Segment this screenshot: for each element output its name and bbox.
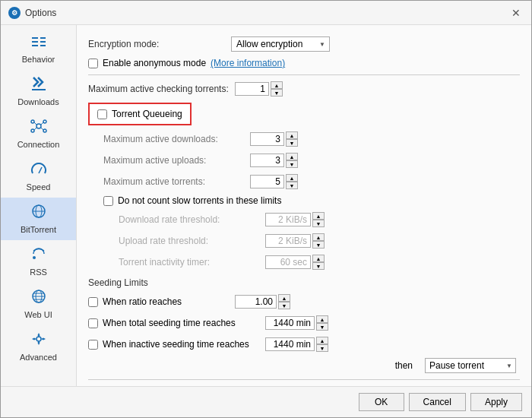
sidebar-item-bittorrent[interactable]: BitTorrent [1, 198, 76, 240]
svg-point-9 [43, 120, 46, 123]
max-checking-row: Maximum active checking torrents: 1 ▲ ▼ [88, 81, 520, 97]
no-slow-torrents-row: Do not count slow torrents in these limi… [103, 195, 520, 206]
ul-rate-label: Upload rate threshold: [119, 236, 259, 246]
ratio-down[interactable]: ▼ [278, 302, 290, 309]
svg-line-14 [34, 127, 37, 130]
ul-rate-down[interactable]: ▼ [312, 241, 325, 249]
inactivity-input[interactable]: 60 sec [265, 255, 311, 269]
anonymous-mode-row: Enable anonymous mode (More information) [88, 58, 520, 68]
max-torrents-spinner: 5 ▲ ▼ [250, 174, 298, 189]
ratio-input[interactable]: 1.00 [235, 295, 277, 309]
advanced-icon [30, 331, 47, 350]
inactivity-label: Torrent inactivity timer: [119, 257, 259, 268]
dl-rate-down[interactable]: ▼ [312, 220, 325, 227]
inactive-spinner: 1440 min ▲ ▼ [265, 337, 328, 352]
sidebar-item-speed[interactable]: Speed [1, 155, 76, 198]
apply-button[interactable]: Apply [470, 393, 522, 411]
sidebar-downloads-label: Downloads [17, 97, 59, 106]
no-slow-torrents-checkbox[interactable] [103, 196, 113, 206]
sidebar-item-connection[interactable]: Connection [1, 112, 76, 155]
max-downloads-input[interactable]: 3 [250, 132, 284, 146]
encryption-mode-dropdown[interactable]: Allow encryption [231, 36, 330, 52]
total-seeding-spinner: 1440 min ▲ ▼ [265, 315, 328, 331]
inactive-up[interactable]: ▲ [316, 337, 328, 344]
total-seeding-btns: ▲ ▼ [316, 315, 328, 331]
sidebar: Behavior Downloads Connection Speed [1, 25, 77, 386]
max-torrents-down[interactable]: ▼ [286, 182, 298, 189]
max-checking-spinner[interactable]: 1 ▲ ▼ [235, 81, 283, 97]
downloads-icon [30, 76, 47, 95]
inactive-down[interactable]: ▼ [316, 344, 328, 352]
connection-icon [30, 119, 47, 138]
svg-point-8 [31, 120, 34, 123]
inactivity-btns: ▲ ▼ [312, 255, 325, 270]
max-uploads-input[interactable]: 3 [250, 154, 284, 167]
bottom-bar: OK Cancel Apply [1, 386, 531, 417]
sidebar-item-webui[interactable]: Web UI [1, 283, 76, 325]
svg-point-7 [36, 124, 41, 128]
torrent-queueing-label: Torrent Queueing [112, 109, 182, 119]
dl-rate-row: Download rate threshold: 2 KiB/s ▲ ▼ [119, 212, 520, 227]
dl-rate-up[interactable]: ▲ [312, 212, 325, 220]
max-downloads-up[interactable]: ▲ [286, 131, 298, 139]
torrent-queueing-checkbox[interactable] [97, 109, 107, 119]
max-torrents-row: Maximum active torrents: 5 ▲ ▼ [103, 174, 520, 189]
sidebar-item-downloads[interactable]: Downloads [1, 70, 76, 112]
encryption-mode-value: Allow encryption [236, 39, 302, 49]
total-seeding-up[interactable]: ▲ [316, 315, 328, 323]
inactivity-down[interactable]: ▼ [312, 262, 325, 270]
window-title: Options [25, 8, 56, 18]
max-downloads-row: Maximum active downloads: 3 ▲ ▼ [103, 131, 520, 147]
sidebar-speed-label: Speed [27, 182, 51, 192]
max-uploads-down[interactable]: ▼ [286, 160, 298, 168]
when-total-seeding-checkbox[interactable] [88, 318, 98, 328]
ul-rate-input[interactable]: 2 KiB/s [265, 234, 311, 248]
divider-1 [88, 74, 520, 75]
max-downloads-spinner: 3 ▲ ▼ [250, 131, 298, 147]
max-checking-up[interactable]: ▲ [271, 81, 283, 89]
anonymous-mode-checkbox[interactable] [88, 59, 98, 68]
sidebar-item-behavior[interactable]: Behavior [1, 29, 76, 70]
dl-rate-input[interactable]: 2 KiB/s [265, 213, 311, 226]
close-button[interactable]: ✕ [508, 5, 524, 21]
total-seeding-down[interactable]: ▼ [316, 323, 328, 331]
max-checking-down[interactable]: ▼ [271, 89, 283, 97]
sidebar-item-rss[interactable]: RSS [1, 240, 76, 283]
max-uploads-label: Maximum active uploads: [103, 155, 244, 166]
when-inactive-checkbox[interactable] [88, 340, 98, 350]
max-uploads-up[interactable]: ▲ [286, 153, 298, 160]
when-inactive-checkbox-row: When inactive seeding time reaches [88, 339, 259, 350]
dl-rate-label: Download rate threshold: [119, 214, 259, 225]
more-info-link[interactable]: (More information) [211, 58, 285, 68]
sidebar-rss-label: RSS [30, 268, 47, 277]
max-torrents-up[interactable]: ▲ [286, 174, 298, 182]
ratio-up[interactable]: ▲ [278, 294, 290, 302]
max-uploads-spinner: 3 ▲ ▼ [250, 153, 298, 168]
when-inactive-row: When inactive seeding time reaches 1440 … [88, 337, 520, 352]
bittorrent-icon [30, 204, 47, 223]
inactive-btns: ▲ ▼ [316, 337, 328, 352]
pause-torrent-dropdown[interactable]: Pause torrent [425, 358, 516, 373]
ok-button[interactable]: OK [359, 393, 404, 411]
svg-line-16 [39, 167, 42, 173]
speed-icon [30, 161, 47, 180]
options-window: ⚙ Options ✕ Behavior Downloads [0, 0, 532, 418]
total-seeding-input[interactable]: 1440 min [265, 316, 315, 330]
then-label: then [395, 360, 413, 371]
svg-line-15 [40, 127, 43, 130]
cancel-button[interactable]: Cancel [409, 393, 466, 411]
seeding-title: Seeding Limits [88, 277, 520, 288]
when-ratio-label: When ratio reaches [103, 296, 182, 307]
rss-icon [30, 246, 47, 265]
max-checking-input[interactable]: 1 [235, 82, 269, 96]
max-downloads-down[interactable]: ▼ [286, 139, 298, 147]
when-ratio-checkbox[interactable] [88, 297, 98, 307]
inactive-input[interactable]: 1440 min [265, 337, 315, 351]
max-torrents-input[interactable]: 5 [250, 175, 284, 188]
when-total-seeding-row: When total seeding time reaches 1440 min… [88, 315, 520, 331]
inactivity-up[interactable]: ▲ [312, 255, 325, 262]
ul-rate-row: Upload rate threshold: 2 KiB/s ▲ ▼ [119, 233, 520, 249]
sidebar-item-advanced[interactable]: Advanced [1, 325, 76, 368]
max-uploads-btns: ▲ ▼ [286, 153, 298, 168]
ul-rate-up[interactable]: ▲ [312, 233, 325, 241]
